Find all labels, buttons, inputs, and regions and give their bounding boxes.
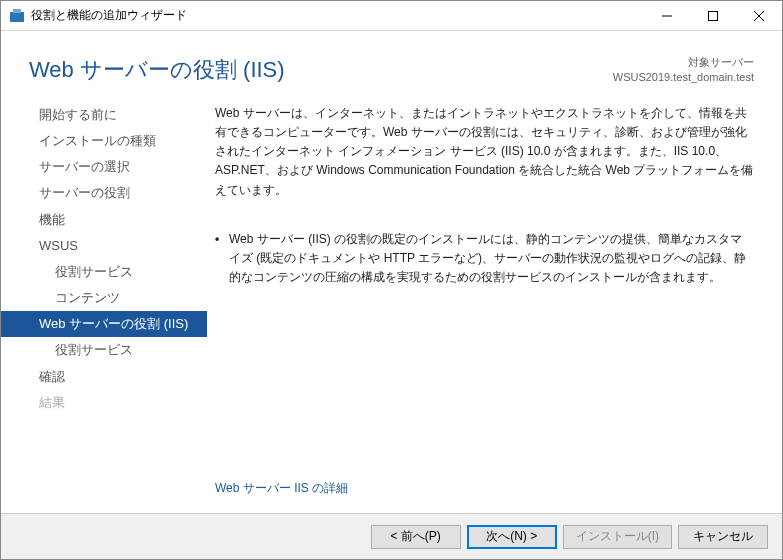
sidebar-item-11: 結果: [1, 390, 207, 416]
bullet-text: Web サーバー (IIS) の役割の既定のインストールには、静的コンテンツの提…: [229, 230, 754, 288]
sidebar-item-6[interactable]: 役割サービス: [1, 259, 207, 285]
sidebar-item-0[interactable]: 開始する前に: [1, 102, 207, 128]
svg-rect-3: [709, 11, 718, 20]
bullet-item-0: •Web サーバー (IIS) の役割の既定のインストールには、静的コンテンツの…: [215, 230, 754, 288]
main: 開始する前にインストールの種類サーバーの選択サーバーの役割機能WSUS役割サービ…: [1, 96, 782, 513]
page-title: Web サーバーの役割 (IIS): [29, 55, 285, 85]
sidebar-item-3[interactable]: サーバーの役割: [1, 180, 207, 206]
sidebar: 開始する前にインストールの種類サーバーの選択サーバーの役割機能WSUS役割サービ…: [1, 96, 207, 513]
header: Web サーバーの役割 (IIS) 対象サーバー WSUS2019.test_d…: [1, 31, 782, 96]
body: Web サーバーは、インターネット、またはイントラネットやエクストラネットを介し…: [207, 96, 782, 513]
minimize-button[interactable]: [644, 1, 690, 30]
spacer: [215, 307, 754, 480]
sidebar-item-5[interactable]: WSUS: [1, 233, 207, 259]
window-title: 役割と機能の追加ウィザード: [31, 7, 644, 24]
more-info-link[interactable]: Web サーバー IIS の詳細: [215, 480, 754, 513]
sidebar-item-1[interactable]: インストールの種類: [1, 128, 207, 154]
button-bar: < 前へ(P) 次へ(N) > インストール(I) キャンセル: [1, 513, 782, 559]
titlebar: 役割と機能の追加ウィザード: [1, 1, 782, 31]
sidebar-item-4[interactable]: 機能: [1, 207, 207, 233]
bullet-dot-icon: •: [215, 230, 229, 288]
content: Web サーバーの役割 (IIS) 対象サーバー WSUS2019.test_d…: [1, 31, 782, 559]
svg-rect-0: [10, 12, 24, 22]
next-button[interactable]: 次へ(N) >: [467, 525, 557, 549]
sidebar-item-10[interactable]: 確認: [1, 364, 207, 390]
sidebar-item-7[interactable]: コンテンツ: [1, 285, 207, 311]
window-controls: [644, 1, 782, 30]
sidebar-item-9[interactable]: 役割サービス: [1, 337, 207, 363]
prev-button[interactable]: < 前へ(P): [371, 525, 461, 549]
cancel-button[interactable]: キャンセル: [678, 525, 768, 549]
bullet-list: •Web サーバー (IIS) の役割の既定のインストールには、静的コンテンツの…: [215, 230, 754, 308]
close-button[interactable]: [736, 1, 782, 30]
svg-rect-1: [13, 9, 21, 13]
description-text: Web サーバーは、インターネット、またはイントラネットやエクストラネットを介し…: [215, 104, 754, 200]
sidebar-item-8[interactable]: Web サーバーの役割 (IIS): [1, 311, 207, 337]
server-label: 対象サーバー: [613, 55, 754, 70]
maximize-button[interactable]: [690, 1, 736, 30]
server-info: 対象サーバー WSUS2019.test_domain.test: [613, 55, 754, 86]
app-icon: [9, 8, 25, 24]
server-name: WSUS2019.test_domain.test: [613, 70, 754, 85]
install-button[interactable]: インストール(I): [563, 525, 672, 549]
sidebar-item-2[interactable]: サーバーの選択: [1, 154, 207, 180]
